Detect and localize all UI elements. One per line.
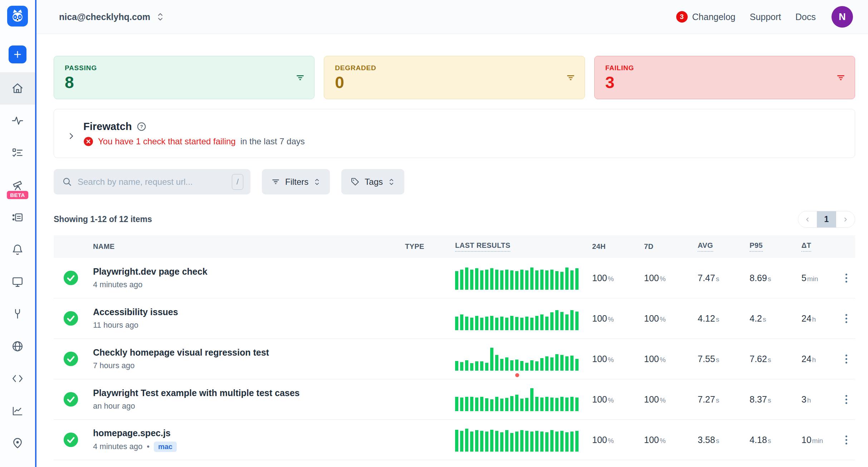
sidebar-item-alerts[interactable] [0, 234, 35, 266]
table-row[interactable]: homepage.spec.js 4 minutes ago • mac 100… [54, 420, 855, 460]
separator-dot: • [147, 442, 150, 451]
filters-button[interactable]: Filters [262, 169, 330, 194]
last-results-bar-chart[interactable] [455, 266, 579, 290]
uptime-24h-value: 100% [590, 313, 642, 324]
docs-link[interactable]: Docs [795, 12, 816, 22]
table-row[interactable]: Playwright.dev page check 4 minutes ago … [54, 258, 855, 298]
last-results-bar-chart[interactable] [455, 307, 579, 330]
check-name[interactable]: homepage.spec.js [93, 428, 401, 438]
column-24h: 24H [590, 242, 642, 251]
home-icon [11, 82, 24, 95]
check-name[interactable]: Checkly homepage visual regression test [93, 347, 401, 358]
check-name[interactable]: Playwright.dev page check [93, 266, 401, 277]
map-pin-icon [11, 437, 24, 449]
sidebar-item-activity[interactable] [0, 105, 35, 137]
search-input[interactable] [78, 177, 226, 187]
avg-value: 3.58s [696, 435, 748, 445]
failed-run-dot[interactable] [515, 373, 519, 377]
firewatch-alert-suffix: in the last 7 days [240, 136, 305, 146]
degraded-label: DEGRADED [335, 64, 574, 72]
last-results-bar-chart[interactable] [455, 387, 579, 411]
last-results-bar-chart[interactable] [455, 428, 579, 452]
topbar-right: 3 Changelog Support Docs N [676, 6, 853, 28]
account-switcher[interactable]: nica@checklyhq.com [59, 11, 165, 22]
sidebar-nav: BETA [0, 72, 35, 459]
sidebar-item-globe[interactable] [0, 330, 35, 362]
sidebar-item-run-log[interactable] [0, 201, 35, 234]
chevron-updown-icon [388, 177, 395, 187]
check-last-run-time: 7 hours ago [93, 361, 135, 370]
firewatch-expand-button[interactable] [67, 132, 75, 140]
sidebar-item-checks[interactable] [0, 137, 35, 169]
sidebar-item-code[interactable] [0, 362, 35, 395]
user-avatar[interactable]: N [832, 6, 853, 28]
column-type: TYPE [401, 242, 451, 251]
tags-button[interactable]: Tags [341, 169, 404, 194]
sidebar-item-locations[interactable] [0, 427, 35, 459]
next-page-button[interactable] [836, 211, 855, 227]
column-delta-t[interactable]: ΔT [801, 241, 811, 252]
globe-icon [11, 340, 24, 352]
row-menu-button[interactable] [837, 435, 855, 444]
row-menu-button[interactable] [837, 314, 855, 323]
raccoon-icon [10, 8, 25, 24]
monitor-icon [11, 276, 24, 288]
row-menu-button[interactable] [837, 274, 855, 283]
sidebar-item-analytics[interactable] [0, 395, 35, 427]
pagination: 1 [798, 211, 855, 228]
degraded-card[interactable]: DEGRADED 0 [324, 56, 585, 99]
sidebar-item-dashboards[interactable] [0, 266, 35, 298]
table-row[interactable]: Accessibility issues 11 hours ago 100% 1… [54, 298, 855, 339]
column-avg[interactable]: AVG [698, 241, 713, 252]
sidebar-item-home[interactable] [0, 72, 35, 105]
check-name[interactable]: Playwright Test example with multiple te… [93, 388, 401, 398]
status-passing-icon [63, 391, 79, 407]
checks-table: NAME TYPE LAST RESULTS 24H 7D AVG P95 ΔT… [54, 235, 855, 460]
status-passing-icon [63, 432, 79, 448]
row-menu-button[interactable] [837, 395, 855, 404]
content-area: nica@checklyhq.com 3 Changelog Support D… [36, 0, 868, 467]
current-page-indicator: 1 [817, 211, 836, 227]
chevron-updown-icon [156, 11, 165, 22]
table-row[interactable]: Checkly homepage visual regression test … [54, 339, 855, 379]
column-7d: 7D [642, 242, 696, 251]
sidebar-item-maintenance[interactable] [0, 298, 35, 330]
chevron-right-icon [843, 217, 848, 222]
failing-card[interactable]: FAILING 3 [594, 56, 855, 99]
sidebar-item-telescope-beta[interactable]: BETA [0, 169, 35, 201]
question-circle-icon: ? [137, 122, 146, 131]
table-body: Playwright.dev page check 4 minutes ago … [54, 258, 855, 460]
uptime-24h-value: 100% [590, 394, 642, 405]
failing-label: FAILING [605, 64, 844, 72]
check-meta: 4 minutes ago • mac [93, 442, 401, 452]
row-menu-button[interactable] [837, 355, 855, 364]
run-log-icon [11, 211, 24, 223]
column-p95[interactable]: P95 [750, 241, 763, 252]
status-passing-icon [63, 351, 79, 367]
search-icon [62, 177, 72, 187]
checklist-icon [11, 147, 24, 159]
create-new-button[interactable] [9, 45, 26, 63]
changelog-count-badge: 3 [676, 11, 688, 23]
passing-filter-button[interactable] [296, 73, 305, 82]
table-row[interactable]: Playwright Test example with multiple te… [54, 379, 855, 420]
support-link[interactable]: Support [750, 12, 781, 22]
checkly-logo[interactable] [7, 6, 28, 27]
failing-filter-button[interactable] [836, 73, 845, 82]
firewatch-help-button[interactable]: ? [137, 122, 146, 131]
check-last-run-time: an hour ago [93, 401, 135, 411]
check-meta: 11 hours ago [93, 321, 401, 330]
beta-badge: BETA [7, 191, 28, 199]
check-name[interactable]: Accessibility issues [93, 307, 401, 317]
previous-page-button[interactable] [798, 211, 817, 227]
changelog-link[interactable]: 3 Changelog [676, 11, 736, 23]
search-box[interactable]: / [54, 169, 250, 194]
last-results-bar-chart[interactable] [455, 347, 579, 371]
firewatch-alert-text: You have 1 check that started failing [98, 136, 236, 146]
p95-value: 8.69s [748, 273, 800, 283]
passing-card[interactable]: PASSING 8 [54, 56, 314, 99]
column-last-results[interactable]: LAST RESULTS [455, 241, 510, 252]
main-panel: PASSING 8 DEGRADED 0 [36, 34, 868, 467]
uptime-7d-value: 100% [642, 435, 696, 445]
degraded-filter-button[interactable] [566, 73, 575, 82]
